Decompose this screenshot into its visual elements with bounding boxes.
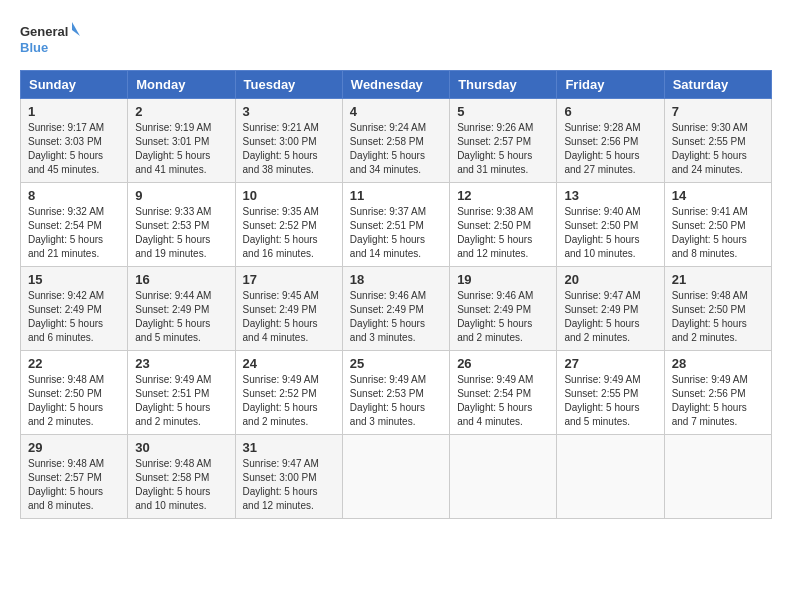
day-info: Sunrise: 9:19 AMSunset: 3:01 PMDaylight:…: [135, 122, 211, 175]
calendar-cell: 29Sunrise: 9:48 AMSunset: 2:57 PMDayligh…: [21, 435, 128, 519]
calendar-cell: 8Sunrise: 9:32 AMSunset: 2:54 PMDaylight…: [21, 183, 128, 267]
day-number: 23: [135, 356, 227, 371]
day-number: 4: [350, 104, 442, 119]
calendar-week-row: 29Sunrise: 9:48 AMSunset: 2:57 PMDayligh…: [21, 435, 772, 519]
day-info: Sunrise: 9:49 AMSunset: 2:53 PMDaylight:…: [350, 374, 426, 427]
day-number: 30: [135, 440, 227, 455]
day-number: 12: [457, 188, 549, 203]
calendar-cell: 26Sunrise: 9:49 AMSunset: 2:54 PMDayligh…: [450, 351, 557, 435]
day-number: 26: [457, 356, 549, 371]
day-number: 1: [28, 104, 120, 119]
calendar-cell: 6Sunrise: 9:28 AMSunset: 2:56 PMDaylight…: [557, 99, 664, 183]
page-header: General Blue: [20, 20, 772, 60]
calendar-body: 1Sunrise: 9:17 AMSunset: 3:03 PMDaylight…: [21, 99, 772, 519]
calendar-week-row: 15Sunrise: 9:42 AMSunset: 2:49 PMDayligh…: [21, 267, 772, 351]
calendar-cell: 5Sunrise: 9:26 AMSunset: 2:57 PMDaylight…: [450, 99, 557, 183]
calendar-cell: 21Sunrise: 9:48 AMSunset: 2:50 PMDayligh…: [664, 267, 771, 351]
day-info: Sunrise: 9:48 AMSunset: 2:58 PMDaylight:…: [135, 458, 211, 511]
day-number: 27: [564, 356, 656, 371]
day-of-week-header: Wednesday: [342, 71, 449, 99]
day-info: Sunrise: 9:45 AMSunset: 2:49 PMDaylight:…: [243, 290, 319, 343]
day-header-row: SundayMondayTuesdayWednesdayThursdayFrid…: [21, 71, 772, 99]
day-number: 25: [350, 356, 442, 371]
calendar-cell: 25Sunrise: 9:49 AMSunset: 2:53 PMDayligh…: [342, 351, 449, 435]
day-info: Sunrise: 9:37 AMSunset: 2:51 PMDaylight:…: [350, 206, 426, 259]
calendar-week-row: 1Sunrise: 9:17 AMSunset: 3:03 PMDaylight…: [21, 99, 772, 183]
day-number: 19: [457, 272, 549, 287]
day-info: Sunrise: 9:42 AMSunset: 2:49 PMDaylight:…: [28, 290, 104, 343]
day-number: 29: [28, 440, 120, 455]
day-number: 20: [564, 272, 656, 287]
day-info: Sunrise: 9:48 AMSunset: 2:57 PMDaylight:…: [28, 458, 104, 511]
day-number: 2: [135, 104, 227, 119]
calendar-cell: 13Sunrise: 9:40 AMSunset: 2:50 PMDayligh…: [557, 183, 664, 267]
calendar-cell: [557, 435, 664, 519]
day-of-week-header: Sunday: [21, 71, 128, 99]
logo: General Blue: [20, 20, 80, 60]
day-number: 14: [672, 188, 764, 203]
day-number: 18: [350, 272, 442, 287]
day-of-week-header: Tuesday: [235, 71, 342, 99]
day-number: 31: [243, 440, 335, 455]
day-number: 13: [564, 188, 656, 203]
day-number: 17: [243, 272, 335, 287]
day-number: 8: [28, 188, 120, 203]
calendar-cell: 1Sunrise: 9:17 AMSunset: 3:03 PMDaylight…: [21, 99, 128, 183]
calendar-cell: 23Sunrise: 9:49 AMSunset: 2:51 PMDayligh…: [128, 351, 235, 435]
day-number: 24: [243, 356, 335, 371]
calendar-cell: 24Sunrise: 9:49 AMSunset: 2:52 PMDayligh…: [235, 351, 342, 435]
day-info: Sunrise: 9:46 AMSunset: 2:49 PMDaylight:…: [457, 290, 533, 343]
day-of-week-header: Friday: [557, 71, 664, 99]
day-info: Sunrise: 9:44 AMSunset: 2:49 PMDaylight:…: [135, 290, 211, 343]
calendar-cell: 15Sunrise: 9:42 AMSunset: 2:49 PMDayligh…: [21, 267, 128, 351]
svg-text:Blue: Blue: [20, 40, 48, 55]
day-of-week-header: Saturday: [664, 71, 771, 99]
logo-icon: General Blue: [20, 20, 80, 60]
day-number: 28: [672, 356, 764, 371]
calendar-table: SundayMondayTuesdayWednesdayThursdayFrid…: [20, 70, 772, 519]
calendar-cell: 27Sunrise: 9:49 AMSunset: 2:55 PMDayligh…: [557, 351, 664, 435]
calendar-cell: 11Sunrise: 9:37 AMSunset: 2:51 PMDayligh…: [342, 183, 449, 267]
day-info: Sunrise: 9:35 AMSunset: 2:52 PMDaylight:…: [243, 206, 319, 259]
day-info: Sunrise: 9:46 AMSunset: 2:49 PMDaylight:…: [350, 290, 426, 343]
day-info: Sunrise: 9:49 AMSunset: 2:54 PMDaylight:…: [457, 374, 533, 427]
day-number: 6: [564, 104, 656, 119]
calendar-cell: 10Sunrise: 9:35 AMSunset: 2:52 PMDayligh…: [235, 183, 342, 267]
calendar-cell: 2Sunrise: 9:19 AMSunset: 3:01 PMDaylight…: [128, 99, 235, 183]
day-info: Sunrise: 9:28 AMSunset: 2:56 PMDaylight:…: [564, 122, 640, 175]
day-info: Sunrise: 9:49 AMSunset: 2:55 PMDaylight:…: [564, 374, 640, 427]
calendar-cell: 28Sunrise: 9:49 AMSunset: 2:56 PMDayligh…: [664, 351, 771, 435]
calendar-cell: 31Sunrise: 9:47 AMSunset: 3:00 PMDayligh…: [235, 435, 342, 519]
calendar-cell: 12Sunrise: 9:38 AMSunset: 2:50 PMDayligh…: [450, 183, 557, 267]
calendar-week-row: 22Sunrise: 9:48 AMSunset: 2:50 PMDayligh…: [21, 351, 772, 435]
day-info: Sunrise: 9:47 AMSunset: 2:49 PMDaylight:…: [564, 290, 640, 343]
calendar-week-row: 8Sunrise: 9:32 AMSunset: 2:54 PMDaylight…: [21, 183, 772, 267]
calendar-cell: 4Sunrise: 9:24 AMSunset: 2:58 PMDaylight…: [342, 99, 449, 183]
day-number: 15: [28, 272, 120, 287]
day-number: 10: [243, 188, 335, 203]
day-number: 3: [243, 104, 335, 119]
calendar-cell: 16Sunrise: 9:44 AMSunset: 2:49 PMDayligh…: [128, 267, 235, 351]
day-info: Sunrise: 9:33 AMSunset: 2:53 PMDaylight:…: [135, 206, 211, 259]
day-number: 21: [672, 272, 764, 287]
day-number: 11: [350, 188, 442, 203]
calendar-cell: 14Sunrise: 9:41 AMSunset: 2:50 PMDayligh…: [664, 183, 771, 267]
day-info: Sunrise: 9:48 AMSunset: 2:50 PMDaylight:…: [672, 290, 748, 343]
day-info: Sunrise: 9:24 AMSunset: 2:58 PMDaylight:…: [350, 122, 426, 175]
calendar-cell: 9Sunrise: 9:33 AMSunset: 2:53 PMDaylight…: [128, 183, 235, 267]
day-number: 9: [135, 188, 227, 203]
calendar-cell: [450, 435, 557, 519]
calendar-cell: 3Sunrise: 9:21 AMSunset: 3:00 PMDaylight…: [235, 99, 342, 183]
day-info: Sunrise: 9:17 AMSunset: 3:03 PMDaylight:…: [28, 122, 104, 175]
calendar-cell: [664, 435, 771, 519]
day-number: 5: [457, 104, 549, 119]
day-number: 22: [28, 356, 120, 371]
day-of-week-header: Monday: [128, 71, 235, 99]
calendar-cell: 18Sunrise: 9:46 AMSunset: 2:49 PMDayligh…: [342, 267, 449, 351]
day-info: Sunrise: 9:48 AMSunset: 2:50 PMDaylight:…: [28, 374, 104, 427]
calendar-cell: 19Sunrise: 9:46 AMSunset: 2:49 PMDayligh…: [450, 267, 557, 351]
calendar-cell: 22Sunrise: 9:48 AMSunset: 2:50 PMDayligh…: [21, 351, 128, 435]
day-info: Sunrise: 9:26 AMSunset: 2:57 PMDaylight:…: [457, 122, 533, 175]
calendar-cell: 30Sunrise: 9:48 AMSunset: 2:58 PMDayligh…: [128, 435, 235, 519]
svg-text:General: General: [20, 24, 68, 39]
